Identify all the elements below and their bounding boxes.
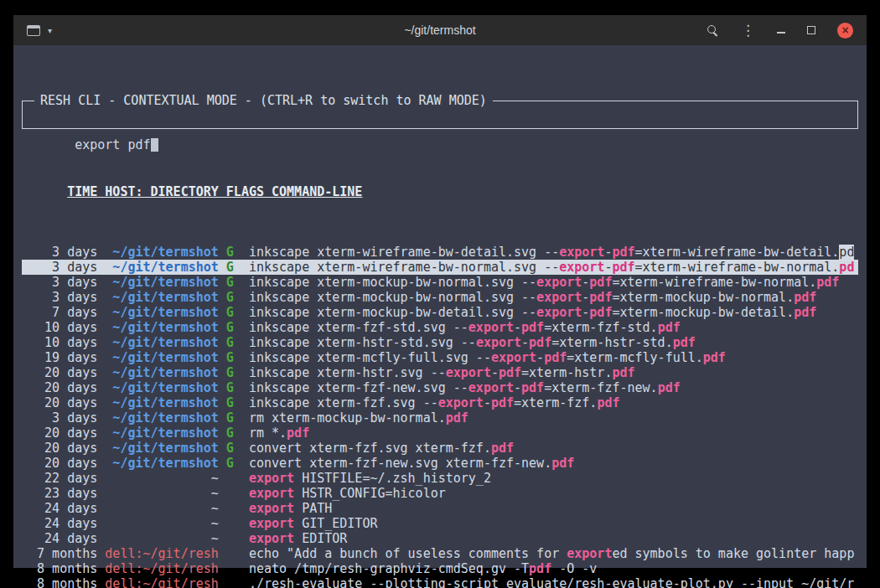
row-command: rm xterm-mockup-bw-normal.pdf — [249, 410, 468, 426]
row-command: inkscape xterm-mockup-bw-normal.svg --ex… — [249, 290, 816, 305]
history-rows: 3 days ~/git/termshot G inkscape xterm-w… — [22, 245, 858, 588]
row-flags: G — [226, 335, 234, 350]
row-command: neato /tmp/resh-graphviz-cmdSeq.gv -Tpdf… — [249, 561, 597, 576]
row-host: ~ — [105, 486, 218, 501]
titlebar[interactable]: ▾ ~/git/termshot ⋮ × — [13, 15, 867, 45]
row-flags: G — [226, 290, 234, 305]
history-row[interactable]: 19 days ~/git/termshot G inkscape xterm-… — [22, 350, 858, 365]
row-flags: G — [226, 245, 234, 260]
row-time: 3 days — [22, 260, 97, 275]
row-host: ~/git/termshot — [105, 365, 218, 380]
row-command: inkscape xterm-hstr.svg --export-pdf=xte… — [249, 365, 635, 380]
row-time: 24 days — [22, 531, 97, 546]
row-time: 20 days — [22, 441, 97, 456]
row-command: inkscape xterm-wireframe-bw-detail.svg -… — [249, 245, 854, 260]
row-host: ~/git/termshot — [105, 290, 218, 305]
row-host: ~ — [105, 501, 218, 516]
row-host: ~/git/termshot — [105, 441, 218, 456]
row-command: export HISTFILE=~/.zsh_history_2 — [249, 471, 491, 486]
row-command: export GIT_EDITOR — [249, 516, 378, 531]
row-host: dell:~/git/resh — [105, 546, 218, 561]
row-host: ~ — [105, 531, 218, 546]
history-row[interactable]: 3 days ~/git/termshot G inkscape xterm-w… — [22, 260, 858, 275]
new-terminal-icon[interactable] — [27, 25, 40, 36]
row-host: ~/git/termshot — [105, 260, 218, 275]
row-command: inkscape xterm-fzf-std.svg --export-pdf=… — [249, 320, 681, 335]
row-time: 20 days — [22, 380, 97, 395]
row-flags: G — [226, 395, 234, 410]
row-flags: G — [226, 260, 234, 275]
row-time: 3 days — [22, 410, 97, 426]
row-time: 20 days — [22, 395, 97, 410]
text-cursor — [151, 138, 158, 152]
search-icon[interactable] — [707, 24, 719, 37]
row-flags: G — [226, 275, 234, 290]
history-row[interactable]: 8 months dell:~/git/resh ./resh-evaluate… — [22, 576, 858, 588]
row-command: export PATH — [249, 501, 332, 516]
row-time: 8 months — [22, 576, 97, 588]
row-host: ~/git/termshot — [105, 245, 218, 260]
row-host: ~/git/termshot — [105, 410, 218, 426]
history-row[interactable]: 20 days ~/git/termshot G inkscape xterm-… — [22, 395, 858, 410]
row-command: inkscape xterm-hstr-std.svg --export-pdf… — [249, 335, 696, 350]
row-time: 23 days — [22, 486, 97, 501]
row-time: 3 days — [22, 290, 97, 305]
row-host: ~ — [105, 516, 218, 531]
history-row[interactable]: 20 days ~/git/termshot G convert xterm-f… — [22, 441, 858, 456]
history-row[interactable]: 22 days ~ export HISTFILE=~/.zsh_history… — [22, 471, 858, 486]
close-icon[interactable]: × — [837, 23, 853, 39]
row-flags — [226, 561, 234, 576]
table-header: TIME HOST: DIRECTORY FLAGS COMMAND-LINE — [22, 184, 858, 199]
row-time: 7 months — [22, 546, 97, 561]
row-command: export EDITOR — [249, 531, 347, 546]
row-time: 3 days — [22, 245, 97, 260]
row-command: inkscape xterm-fzf.svg --export-pdf=xter… — [249, 395, 620, 410]
history-row[interactable]: 7 months dell:~/git/resh echo "Add a bun… — [22, 546, 858, 561]
minimize-icon[interactable] — [777, 32, 785, 34]
row-command: export HSTR_CONFIG=hicolor — [249, 486, 446, 501]
row-flags: G — [226, 380, 234, 395]
history-row[interactable]: 3 days ~/git/termshot G inkscape xterm-m… — [22, 275, 858, 290]
row-flags: G — [226, 365, 234, 380]
row-flags — [226, 531, 234, 546]
row-host: ~/git/termshot — [105, 395, 218, 410]
history-row[interactable]: 24 days ~ export EDITOR — [22, 531, 858, 546]
history-row[interactable]: 24 days ~ export PATH — [22, 501, 858, 516]
history-row[interactable]: 10 days ~/git/termshot G inkscape xterm-… — [22, 335, 858, 350]
row-command: inkscape xterm-mockup-bw-detail.svg --ex… — [249, 305, 816, 320]
row-command: inkscape xterm-wireframe-bw-normal.svg -… — [249, 260, 854, 275]
history-row[interactable]: 3 days ~/git/termshot G rm xterm-mockup-… — [22, 410, 858, 426]
history-row[interactable]: 20 days ~/git/termshot G convert xterm-f… — [22, 456, 858, 471]
table-header-text: TIME HOST: DIRECTORY FLAGS COMMAND-LINE — [67, 184, 362, 199]
restore-icon[interactable] — [807, 26, 815, 34]
history-row[interactable]: 23 days ~ export HSTR_CONFIG=hicolor — [22, 486, 858, 501]
row-time: 24 days — [22, 516, 97, 531]
history-row[interactable]: 20 days ~/git/termshot G inkscape xterm-… — [22, 365, 858, 380]
row-host: ~/git/termshot — [105, 456, 218, 471]
history-row[interactable]: 3 days ~/git/termshot G inkscape xterm-m… — [22, 290, 858, 305]
history-row[interactable]: 20 days ~/git/termshot G rm *.pdf — [22, 426, 858, 441]
search-input[interactable]: RESH CLI - CONTEXTUAL MODE - (CTRL+R to … — [22, 101, 858, 129]
menu-dots-icon[interactable]: ⋮ — [741, 23, 755, 38]
history-row[interactable]: 7 days ~/git/termshot G inkscape xterm-m… — [22, 305, 858, 320]
row-command: inkscape xterm-fzf-new.svg --export-pdf=… — [249, 380, 681, 395]
history-row[interactable]: 10 days ~/git/termshot G inkscape xterm-… — [22, 320, 858, 335]
row-time: 10 days — [22, 335, 97, 350]
row-flags: G — [226, 426, 234, 441]
terminal-screen: RESH CLI - CONTEXTUAL MODE - (CTRL+R to … — [13, 45, 867, 568]
row-time: 3 days — [22, 275, 97, 290]
row-flags: G — [226, 350, 234, 365]
row-command: inkscape xterm-mcfly-full.svg --export-p… — [249, 350, 726, 365]
history-row[interactable]: 8 months dell:~/git/resh neato /tmp/resh… — [22, 561, 858, 576]
row-time: 8 months — [22, 561, 97, 576]
dropdown-caret-icon[interactable]: ▾ — [48, 26, 52, 35]
mode-label: RESH CLI - CONTEXTUAL MODE - (CTRL+R to … — [34, 93, 493, 108]
history-row[interactable]: 20 days ~/git/termshot G inkscape xterm-… — [22, 380, 858, 395]
history-row[interactable]: 24 days ~ export GIT_EDITOR — [22, 516, 858, 531]
row-time: 24 days — [22, 501, 97, 516]
row-flags — [226, 516, 234, 531]
row-time: 22 days — [22, 471, 97, 486]
row-flags: G — [226, 441, 234, 456]
terminal-window: ▾ ~/git/termshot ⋮ × RESH CLI - CONTEXTU… — [13, 15, 867, 568]
history-row[interactable]: 3 days ~/git/termshot G inkscape xterm-w… — [22, 245, 858, 260]
